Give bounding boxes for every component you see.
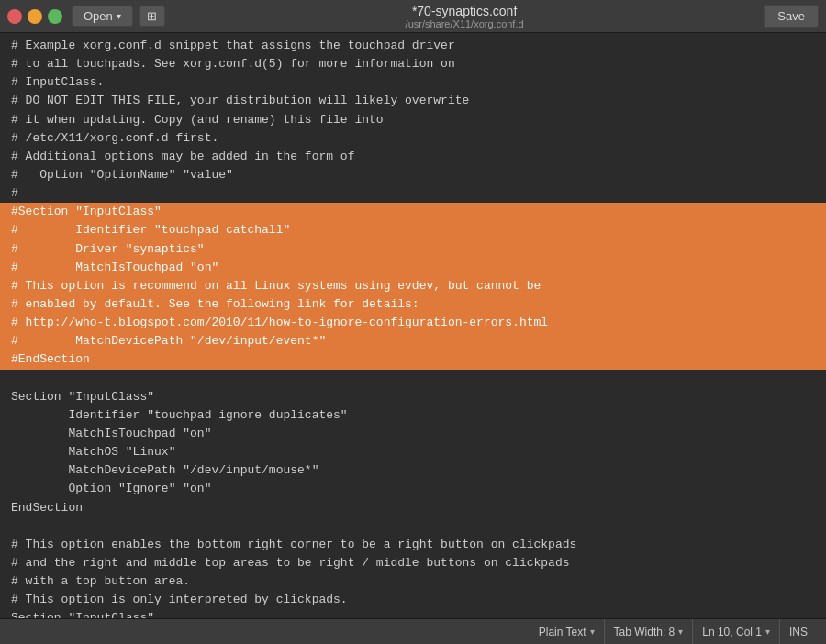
minimize-button[interactable] xyxy=(28,9,42,24)
plain-text-selector[interactable]: Plain Text ▾ xyxy=(530,619,605,644)
code-line: MatchIsTouchpad "on" xyxy=(0,425,826,443)
code-line: # DO NOT EDIT THIS FILE, your distributi… xyxy=(0,92,826,110)
code-line: # This option is only interpreted by cli… xyxy=(0,591,826,609)
position-label: Ln 10, Col 1 xyxy=(702,626,762,638)
code-line: # MatchIsTouchpad "on" xyxy=(0,259,826,277)
code-line: # it when updating. Copy (and rename) th… xyxy=(0,111,826,129)
position-indicator[interactable]: Ln 10, Col 1 ▾ xyxy=(693,619,780,644)
code-line: # http://who-t.blogspot.com/2010/11/how-… xyxy=(0,314,826,332)
open-arrow-icon: ▾ xyxy=(117,11,121,21)
tab-width-label: Tab Width: 8 xyxy=(614,626,675,638)
code-line: # Additional options may be added in the… xyxy=(0,148,826,166)
code-line: # This option enables the bottom right c… xyxy=(0,536,826,554)
code-line: EndSection xyxy=(0,499,826,517)
position-arrow-icon: ▾ xyxy=(765,627,770,637)
editor-area[interactable]: # Example xorg.conf.d snippet that assig… xyxy=(0,33,826,618)
code-line: # /etc/X11/xorg.conf.d first. xyxy=(0,129,826,148)
open-label: Open xyxy=(84,9,113,23)
code-line: # to all touchpads. See xorg.conf.d(5) f… xyxy=(0,55,826,73)
titlebar: Open ▾ ⊞ *70-synaptics.conf /usr/share/X… xyxy=(0,0,826,33)
code-line: # InputClass. xyxy=(0,73,826,92)
title-center: *70-synaptics.conf /usr/share/X11/xorg.c… xyxy=(165,4,765,29)
code-line xyxy=(0,517,826,536)
pin-icon: ⊞ xyxy=(147,9,157,23)
code-line: Option "Ignore" "on" xyxy=(0,480,826,498)
statusbar: Plain Text ▾ Tab Width: 8 ▾ Ln 10, Col 1… xyxy=(0,618,826,644)
pin-button[interactable]: ⊞ xyxy=(139,6,165,27)
plain-text-label: Plain Text xyxy=(539,626,586,638)
code-line: Identifier "touchpad ignore duplicates" xyxy=(0,406,826,425)
code-line: # Option "OptionName" "value" xyxy=(0,166,826,184)
code-line xyxy=(0,370,826,388)
code-line: MatchDevicePath "/dev/input/mouse*" xyxy=(0,461,826,480)
code-line: # This option is recommend on all Linux … xyxy=(0,277,826,295)
tab-width-selector[interactable]: Tab Width: 8 ▾ xyxy=(605,619,694,644)
code-line: # Example xorg.conf.d snippet that assig… xyxy=(0,37,826,55)
code-line: Section "InputClass" xyxy=(0,388,826,406)
code-line: # xyxy=(0,184,826,203)
code-line: # with a top button area. xyxy=(0,572,826,591)
code-line: # Identifier "touchpad catchall" xyxy=(0,221,826,239)
ins-mode-label: INS xyxy=(789,626,808,638)
title-path: /usr/share/X11/xorg.conf.d xyxy=(165,18,765,29)
code-line: MatchOS "Linux" xyxy=(0,443,826,461)
code-line: # Driver "synaptics" xyxy=(0,240,826,259)
code-line: #EndSection xyxy=(0,350,826,369)
maximize-button[interactable] xyxy=(48,9,62,24)
window-controls xyxy=(7,9,62,24)
save-button[interactable]: Save xyxy=(764,5,819,28)
open-button[interactable]: Open ▾ xyxy=(72,6,133,27)
code-line: # MatchDevicePath "/dev/input/event*" xyxy=(0,332,826,350)
title-filename: *70-synaptics.conf xyxy=(165,4,765,18)
code-line: #Section "InputClass" xyxy=(0,203,826,221)
close-button[interactable] xyxy=(7,9,22,24)
code-line: # enabled by default. See the following … xyxy=(0,295,826,314)
tab-width-arrow-icon: ▾ xyxy=(678,627,683,637)
plain-text-arrow-icon: ▾ xyxy=(590,627,595,637)
code-line: # and the right and middle top areas to … xyxy=(0,554,826,572)
code-line: Section "InputClass" xyxy=(0,609,826,618)
ins-mode-indicator: INS xyxy=(780,619,817,644)
